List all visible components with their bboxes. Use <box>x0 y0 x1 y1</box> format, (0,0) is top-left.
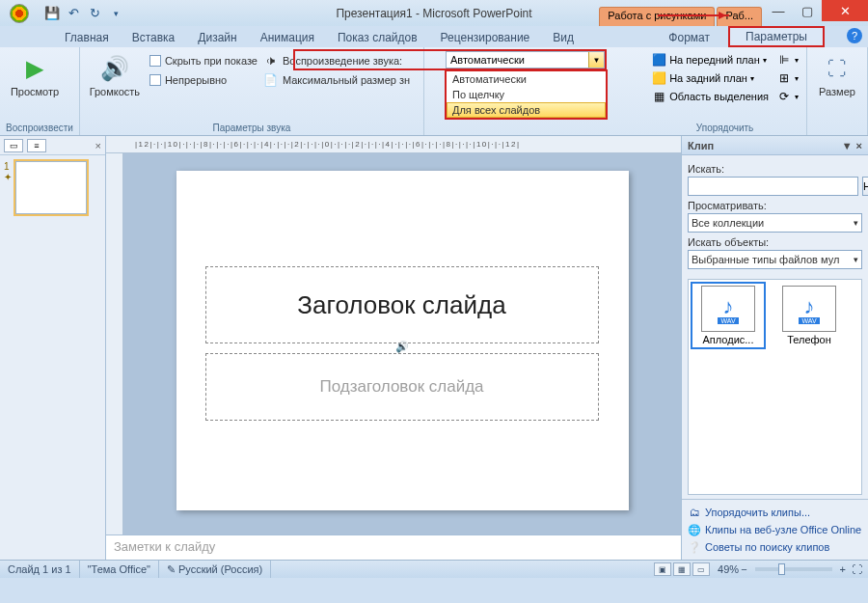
align-button[interactable]: ⊫▾ <box>774 51 800 69</box>
search-tips-link[interactable]: ❔Советы по поиску клипов <box>688 538 862 556</box>
work-area: ▭ ≡ × 1✦ |12|·|·|10|·|·|·|8|·|·|·|6|·|·|… <box>0 136 868 560</box>
objects-label: Искать объекты: <box>688 236 862 248</box>
group-button[interactable]: ⊞▾ <box>774 69 800 87</box>
volume-button[interactable]: 🔊 Громкость <box>86 49 144 97</box>
search-start-button[interactable]: Начать <box>862 177 868 196</box>
browse-select[interactable]: Все коллекции <box>688 213 862 233</box>
minimize-button[interactable]: — <box>764 0 793 21</box>
status-bar: Слайд 1 из 1 "Тема Office" ✎Русский (Рос… <box>0 560 868 578</box>
clip-links: 🗂Упорядочить клипы... 🌐Клипы на веб-узле… <box>682 499 868 560</box>
back-icon: 🟨 <box>651 70 666 86</box>
zoom-out-button[interactable]: − <box>741 563 746 575</box>
group-arrange: 🟦На передний план▾ 🟨На задний план▾ ▦Обл… <box>643 47 807 135</box>
zoom-value: 49% <box>718 563 739 575</box>
help-icon[interactable]: ? <box>847 28 862 43</box>
dropdown-item-auto[interactable]: Автоматически <box>447 71 606 87</box>
search-label: Искать: <box>688 163 862 175</box>
align-icon: ⊫ <box>776 52 792 68</box>
hide-during-show-checkbox[interactable]: Скрыть при показе <box>149 53 258 69</box>
status-language[interactable]: ✎Русский (Россия) <box>159 561 271 578</box>
tab-home[interactable]: Главная <box>53 28 121 47</box>
context-tab-pictures[interactable]: Работа с рисунками <box>599 7 715 26</box>
objects-select[interactable]: Выбранные типы файлов мул <box>688 250 862 269</box>
subtitle-placeholder[interactable]: Подзаголовок слайда <box>205 353 599 421</box>
browse-label: Просматривать: <box>688 200 862 211</box>
tab-insert[interactable]: Вставка <box>121 28 187 47</box>
vertical-ruler <box>106 153 123 534</box>
undo-icon[interactable]: ↶ <box>66 6 81 21</box>
slide-thumbnail-1[interactable]: 1✦ <box>4 161 101 214</box>
tab-design[interactable]: Дизайн <box>186 28 248 47</box>
max-size-row[interactable]: 📄 Максимальный размер зн <box>263 72 418 88</box>
selection-pane-button[interactable]: ▦Область выделения <box>649 88 771 105</box>
clip-pane-header: Клип ▼× <box>682 136 868 155</box>
clip-art-pane: Клип ▼× Искать: Начать Просматривать: Вс… <box>681 136 868 560</box>
normal-view-button[interactable]: ▣ <box>654 562 671 576</box>
title-placeholder[interactable]: Заголовок слайда <box>205 266 599 343</box>
wav-file-icon: ♪WAV <box>701 286 755 332</box>
dropdown-item-click[interactable]: По щелчку <box>447 87 606 102</box>
thumbnail-image <box>15 161 87 214</box>
slides-tab[interactable]: ▭ <box>4 139 23 152</box>
size-button[interactable]: ⛶ Размер <box>813 49 861 97</box>
tab-review[interactable]: Рецензирование <box>429 28 542 47</box>
ribbon: ▶ Просмотр Воспроизвести 🔊 Громкость Скр… <box>0 47 868 136</box>
tab-view[interactable]: Вид <box>541 28 585 47</box>
notes-pane[interactable]: Заметки к слайду <box>106 534 681 560</box>
wav-file-icon: ♪WAV <box>782 286 836 332</box>
send-back-button[interactable]: 🟨На задний план▾ <box>649 69 771 87</box>
loop-checkbox[interactable]: Непрерывно <box>149 72 258 88</box>
sound-checkboxes: Скрыть при показе Непрерывно <box>149 49 258 88</box>
qat-dropdown-icon[interactable]: ▾ <box>108 6 123 21</box>
play-sound-dropdown[interactable]: Автоматически ▼ <box>446 51 605 69</box>
slide-canvas[interactable]: Заголовок слайда 🔊 Подзаголовок слайда <box>176 171 629 510</box>
outline-tab[interactable]: ≡ <box>27 139 46 152</box>
status-slide: Слайд 1 из 1 <box>0 561 80 578</box>
dropdown-item-all-slides[interactable]: Для всех слайдов <box>447 102 606 118</box>
window-controls: — ▢ ✕ <box>764 0 868 21</box>
search-input[interactable] <box>688 177 858 196</box>
quick-access-toolbar: 💾 ↶ ↻ ▾ <box>39 6 129 21</box>
volume-icon: 🔊 <box>99 53 130 84</box>
horizontal-ruler: |12|·|·|10|·|·|·|8|·|·|·|6|·|·|·|4|·|·|·… <box>106 136 681 153</box>
office-online-link[interactable]: 🌐Клипы на веб-узле Office Online <box>688 521 862 538</box>
organize-clips-link[interactable]: 🗂Упорядочить клипы... <box>688 504 862 521</box>
organize-icon: 🗂 <box>688 506 701 519</box>
pane-menu-icon[interactable]: ▼ <box>842 140 853 151</box>
titlebar: 💾 ↶ ↻ ▾ Презентация1 - Microsoft PowerPo… <box>0 0 868 26</box>
sorter-view-button[interactable]: ▦ <box>673 562 691 576</box>
clip-item-phone[interactable]: ♪WAV Телефон <box>775 286 843 345</box>
office-logo-icon <box>10 4 29 23</box>
slides-panel-tabs: ▭ ≡ × <box>0 136 105 155</box>
clip-item-applause[interactable]: ♪WAV Аплодис... <box>694 286 762 345</box>
play-icon: ▶ <box>19 53 50 84</box>
pane-close-icon[interactable]: × <box>856 140 862 151</box>
file-size-icon: 📄 <box>263 72 279 88</box>
redo-icon[interactable]: ↻ <box>87 6 102 21</box>
office-button[interactable] <box>0 0 39 26</box>
zoom-thumb[interactable] <box>778 563 785 575</box>
ribbon-tabs: Главная Вставка Дизайн Анимация Показ сл… <box>0 26 868 47</box>
tab-format[interactable]: Формат <box>657 28 721 47</box>
slideshow-view-button[interactable]: ▭ <box>692 562 710 576</box>
globe-icon: 🌐 <box>688 523 701 536</box>
maximize-button[interactable]: ▢ <box>793 0 822 21</box>
tab-options[interactable]: Параметры <box>728 26 825 47</box>
bring-front-button[interactable]: 🟦На передний план▾ <box>649 51 771 69</box>
clip-results: ♪WAV Аплодис... ♪WAV Телефон <box>688 279 862 495</box>
tab-animation[interactable]: Анимация <box>249 28 326 47</box>
tab-slideshow[interactable]: Показ слайдов <box>326 28 429 47</box>
slide-stage[interactable]: Заголовок слайда 🔊 Подзаголовок слайда <box>123 153 681 534</box>
zoom-in-button[interactable]: + <box>840 563 846 575</box>
dropdown-arrow-icon: ▼ <box>588 52 604 68</box>
zoom-slider[interactable] <box>755 567 832 571</box>
rotate-button[interactable]: ⟳▾ <box>774 88 800 105</box>
spellcheck-icon: ✎ <box>167 563 176 576</box>
save-icon[interactable]: 💾 <box>44 6 60 21</box>
close-button[interactable]: ✕ <box>822 0 868 21</box>
preview-button[interactable]: ▶ Просмотр <box>6 49 64 97</box>
close-panel-icon[interactable]: × <box>95 140 101 151</box>
slide-number: 1✦ <box>4 161 12 214</box>
help-small-icon: ❔ <box>688 540 701 554</box>
fit-button[interactable]: ⛶ <box>852 563 862 575</box>
